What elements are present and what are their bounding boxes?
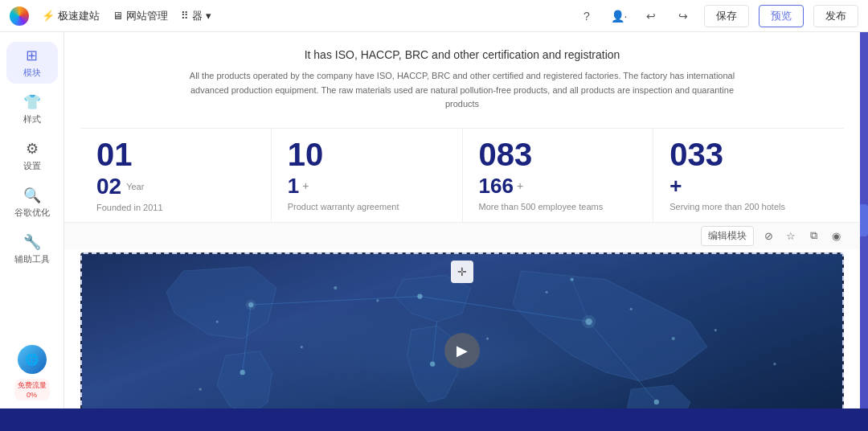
topbar-item-qi[interactable]: ⠿ 器 ▾ (181, 9, 211, 23)
redo-icon[interactable]: ↪ (672, 5, 694, 27)
stat-item-employees: 083 166 + More than 500 employee teams (463, 129, 654, 222)
svg-point-27 (199, 388, 202, 390)
publish-button[interactable]: 发布 (813, 5, 858, 27)
sidebar-item-styles[interactable]: 👕 样式 (6, 88, 58, 130)
edit-icon-eye[interactable]: ◉ (828, 228, 844, 244)
edit-bar: 编辑模块 ⊘ ☆ ⧉ ◉ (64, 222, 860, 249)
svg-point-26 (773, 363, 776, 365)
topbar: ⚡ 极速建站 🖥 网站管理 ⠿ 器 ▾ ? 👤· ↩ ↪ 保存 预览 发布 (0, 0, 868, 32)
traffic-pct: 免费流量 0% (14, 379, 50, 400)
edit-icon-star[interactable]: ☆ (783, 228, 799, 244)
stat-number-2: 10 (288, 138, 454, 170)
stat-sublabel-1: Year (126, 182, 144, 191)
content-area: It has ISO, HACCP, BRC and other certifi… (64, 32, 860, 408)
stats-row: 01 02 Year Founded in 2011 10 1 + (80, 128, 844, 222)
edit-icon-copy[interactable]: ⧉ (805, 228, 821, 244)
edit-icon-1[interactable]: ⊘ (760, 228, 776, 244)
edit-module-button[interactable]: 编辑模块 (701, 226, 754, 246)
right-panel-handle[interactable] (860, 204, 868, 236)
play-icon: ▶ (457, 342, 468, 359)
svg-point-15 (334, 286, 337, 289)
svg-point-24 (216, 320, 219, 322)
seo-icon: 🔍 (23, 187, 41, 204)
video-play-button[interactable]: ▶ (444, 333, 480, 368)
topbar-item-jianzhan[interactable]: ⚡ 极速建站 (42, 9, 100, 23)
right-panel (860, 32, 868, 408)
stat-sub-4: + (669, 174, 682, 199)
stat-number-3: 083 (479, 138, 645, 170)
modules-icon: ⊞ (26, 47, 38, 64)
svg-point-18 (246, 300, 256, 310)
preview-button[interactable]: 预览 (759, 5, 804, 27)
section-desc: All the products operated by the company… (181, 69, 743, 112)
svg-point-19 (376, 299, 379, 302)
svg-point-12 (430, 361, 435, 366)
sidebar-item-modules[interactable]: ⊞ 模块 (6, 42, 58, 84)
stat-item-warranty: 10 1 + Product warranty agreement (272, 129, 463, 222)
stat-sub-3: 166 (479, 174, 514, 199)
avatar[interactable]: 🌐 (18, 345, 47, 374)
stat-sub-2: 1 (288, 174, 299, 199)
video-section: ✛ (80, 252, 844, 408)
stat-label-4: Serving more than 200 hotels (669, 202, 836, 211)
svg-point-8 (417, 293, 422, 298)
tshirt-icon: 👕 (23, 93, 41, 111)
sidebar-item-settings[interactable]: ⚙ 设置 (6, 135, 58, 177)
grid-icon: ⠿ (181, 10, 189, 22)
save-button[interactable]: 保存 (704, 5, 749, 27)
stat-item-founded: 01 02 Year Founded in 2011 (80, 129, 272, 222)
gear-icon: ⚙ (26, 140, 39, 158)
user-icon[interactable]: 👤· (608, 5, 630, 27)
svg-point-23 (486, 337, 489, 339)
topbar-actions: ? 👤· ↩ ↪ 保存 预览 发布 (575, 5, 858, 27)
svg-point-25 (301, 346, 303, 348)
bottombar (0, 408, 868, 431)
page-wrapper: It has ISO, HACCP, BRC and other certifi… (64, 32, 860, 408)
stat-number-4: 033 (669, 138, 836, 170)
help-icon[interactable]: ? (575, 5, 598, 27)
stat-label-2: Product warranty agreement (288, 202, 454, 211)
sidebar-item-seo[interactable]: 🔍 谷歌优化 (6, 182, 58, 224)
stat-label-3: More than 500 employee teams (479, 202, 645, 211)
stat-label-1: Founded in 2011 (96, 203, 263, 212)
svg-point-20 (546, 291, 548, 293)
svg-point-21 (630, 308, 633, 310)
logo-icon[interactable] (10, 6, 29, 26)
svg-point-11 (240, 370, 245, 375)
move-handle[interactable]: ✛ (451, 261, 473, 283)
topbar-item-wangzhan[interactable]: 🖥 网站管理 (113, 9, 168, 23)
user-chevron: · (624, 10, 628, 23)
undo-icon[interactable]: ↩ (640, 5, 662, 27)
svg-point-10 (654, 400, 659, 404)
svg-point-16 (672, 337, 675, 340)
lightning-icon: ⚡ (42, 10, 55, 22)
svg-point-13 (571, 277, 574, 281)
stat-sub-1: 02 (96, 174, 121, 199)
main-layout: ⊞ 模块 👕 样式 ⚙ 设置 🔍 谷歌优化 🔧 辅助工具 🌐 免费流量 0% I… (0, 32, 868, 408)
sidebar: ⊞ 模块 👕 样式 ⚙ 设置 🔍 谷歌优化 🔧 辅助工具 🌐 免费流量 0% (0, 32, 64, 408)
stat-sublabel-2: + (302, 179, 309, 192)
sidebar-bottom: 🌐 免费流量 0% (0, 345, 63, 408)
tool-icon: 🔧 (23, 233, 41, 251)
section-title: It has ISO, HACCP, BRC and other certifi… (64, 48, 860, 61)
stat-item-hotels: 033 + Serving more than 200 hotels (653, 129, 844, 222)
sidebar-item-tools[interactable]: 🔧 辅助工具 (6, 228, 58, 270)
stat-number-1: 01 (96, 138, 263, 170)
monitor-icon: 🖥 (113, 10, 123, 22)
stat-sublabel-3: + (517, 179, 523, 192)
chevron-down-icon: ▾ (206, 10, 211, 22)
edit-module-label: 编辑模块 (708, 229, 747, 243)
svg-point-17 (582, 314, 596, 328)
svg-point-22 (714, 329, 717, 331)
